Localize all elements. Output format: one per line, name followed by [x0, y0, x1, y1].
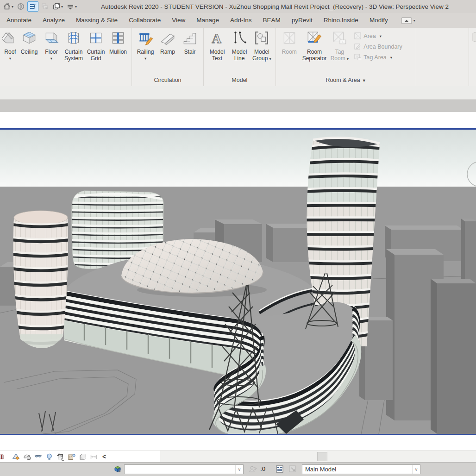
properties-strip — [0, 100, 476, 112]
close-hidden-windows-button[interactable] — [40, 1, 50, 12]
ribbon-next-panel-sliver — [469, 28, 476, 86]
scale-button[interactable] — [0, 452, 9, 461]
curtain-system-button[interactable]: CurtainSystem — [63, 29, 85, 75]
visual-style-button[interactable] — [12, 452, 20, 461]
ceiling-button[interactable]: Ceiling — [18, 29, 40, 75]
crop-view-button[interactable] — [56, 452, 65, 461]
ribbon-collapse-icon — [401, 17, 412, 24]
tab-massing-site[interactable]: Massing & Site — [70, 13, 123, 28]
switch-windows-button[interactable]: ▾ — [51, 1, 64, 12]
area-button[interactable]: Area▾ — [351, 32, 413, 39]
home-button[interactable]: ▾ — [2, 1, 14, 12]
temporary-view-properties-button[interactable] — [67, 452, 76, 461]
ramp-label: Ramp — [160, 49, 175, 56]
temporary-hide-isolate-button[interactable] — [34, 452, 43, 461]
editing-requests-icon[interactable] — [248, 464, 257, 474]
crop-view-icon — [56, 452, 65, 461]
panel-model: AModelTextModelLineModelGroup▾Model — [204, 28, 276, 86]
tab-rhino-inside[interactable]: Rhino.Inside — [318, 13, 364, 28]
floor-button[interactable]: Floor▾ — [40, 29, 63, 75]
curtain-grid-icon — [88, 30, 104, 46]
ceiling-icon — [21, 30, 37, 46]
tab-collaborate[interactable]: Collaborate — [123, 13, 166, 28]
dropdown-caret-icon[interactable]: ▾ — [144, 56, 146, 61]
mullion-label: Mullion — [109, 49, 127, 56]
ribbon-collapse-button[interactable]: ▾ — [401, 17, 415, 24]
svg-text:A: A — [212, 31, 221, 46]
room-separator-button[interactable]: RoomSeparator — [301, 29, 329, 75]
editing-requests-count: :0 — [260, 465, 265, 472]
reveal-hidden-elements-button[interactable] — [45, 452, 54, 461]
mullion-button[interactable]: Mullion — [107, 29, 129, 75]
roof-button[interactable]: Roof▾ — [2, 29, 18, 75]
railing-icon — [138, 30, 153, 46]
reveal-constraints-button[interactable] — [89, 452, 98, 461]
model-text-button[interactable]: AModelText — [206, 29, 228, 75]
displacement-sets-button[interactable] — [78, 452, 87, 461]
design-option-value: Main Model — [302, 466, 412, 473]
tag-room-icon: 1 — [332, 30, 347, 46]
view-margin — [0, 112, 476, 128]
floor-label: Floor — [45, 49, 57, 56]
stair-label: Stair — [184, 49, 196, 56]
panel-label-room-area[interactable]: Room & Area▼ — [278, 75, 414, 86]
room-button[interactable]: Room — [278, 29, 301, 75]
navigation-wheel-icon — [17, 2, 25, 11]
panel-label-circulation: Circulation — [134, 75, 201, 86]
dropdown-caret-icon[interactable]: ▾ — [9, 56, 11, 61]
horizontal-scrollbar[interactable]: < — [0, 450, 476, 462]
view-bar-collapse-button[interactable]: < — [100, 453, 108, 460]
worksharing-display-icon[interactable] — [275, 464, 284, 474]
temporary-view-properties-icon — [67, 452, 76, 461]
dropdown-caret-icon[interactable]: ▾ — [50, 56, 52, 61]
room-icon — [282, 30, 297, 46]
worksets-icon[interactable] — [113, 464, 122, 474]
tab-modify[interactable]: Modify — [364, 13, 394, 28]
design-options-dropdown[interactable]: Main Model ∨ — [302, 464, 420, 474]
area-boundary-button[interactable]: Area Boundary — [351, 43, 413, 50]
pick-to-edit-design-option-icon[interactable] — [288, 464, 297, 474]
tab-beam[interactable]: BEAM — [257, 13, 286, 28]
ramp-button[interactable]: Ramp — [157, 29, 179, 75]
ribbon-tabs: AnnotateAnalyzeMassing & SiteCollaborate… — [1, 13, 394, 28]
model-text-icon: A — [209, 30, 225, 46]
room-separator-icon — [307, 30, 322, 46]
title-bar: ▾▾▾ Autodesk Revit 2020 - STUDENT VERSIO… — [0, 0, 476, 13]
svg-text:1: 1 — [342, 40, 344, 44]
railing-label: Railing — [137, 49, 154, 56]
model-line-button[interactable]: ModelLine — [228, 29, 251, 75]
lock-3d-view-button[interactable] — [23, 452, 31, 461]
customize-quick-access-button[interactable]: ▾ — [65, 1, 78, 12]
tab-analyze[interactable]: Analyze — [37, 13, 70, 28]
stair-button[interactable]: Stair — [179, 29, 201, 75]
tag-room-label: TagRoom▾ — [331, 49, 349, 62]
drawing-area-3d-view[interactable] — [0, 128, 476, 435]
room-separator-label: RoomSeparator — [302, 49, 327, 62]
tab-add-ins[interactable]: Add-Ins — [225, 13, 257, 28]
visual-style-icon — [12, 452, 20, 461]
navigation-wheel-button[interactable] — [16, 1, 26, 12]
customize-quick-access-icon — [66, 2, 75, 11]
reveal-constraints-icon — [89, 452, 98, 461]
curtain-grid-button[interactable]: CurtainGrid — [85, 29, 107, 75]
ramp-icon — [160, 30, 175, 46]
model-group-button[interactable]: ModelGroup▾ — [251, 29, 273, 75]
tab-annotate[interactable]: Annotate — [1, 13, 37, 28]
quick-access-toolbar: ▾▾▾ — [2, 1, 101, 12]
active-workset-dropdown[interactable]: ∨ — [124, 464, 244, 474]
tab-manage[interactable]: Manage — [191, 13, 225, 28]
roof-label: Roof — [4, 49, 16, 56]
railing-button[interactable]: Railing▾ — [134, 29, 157, 75]
displacement-sets-icon — [78, 452, 87, 461]
chevron-down-icon: ∨ — [235, 465, 243, 474]
tag-area-button[interactable]: Tag Area▾ — [351, 54, 413, 61]
model-group-icon — [254, 30, 269, 46]
tab-pyrevit[interactable]: pyRevit — [286, 13, 318, 28]
panel-circulation: Railing▾RampStairCirculation — [132, 28, 204, 86]
tag-room-button[interactable]: 1TagRoom▾ — [328, 29, 351, 75]
tab-view[interactable]: View — [166, 13, 191, 28]
panel-label-empty — [2, 75, 129, 86]
scrollbar-thumb[interactable] — [317, 452, 327, 461]
thin-lines-button[interactable] — [27, 1, 38, 12]
chevron-down-icon: ∨ — [412, 465, 420, 474]
